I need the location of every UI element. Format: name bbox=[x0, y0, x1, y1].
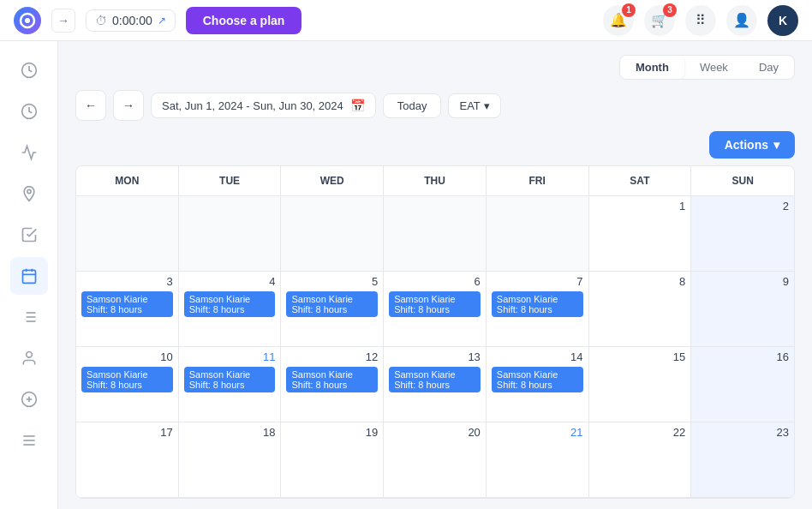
sidebar-item-tasks[interactable] bbox=[10, 216, 48, 254]
sidebar-item-settings[interactable] bbox=[10, 422, 48, 459]
col-thu: THU bbox=[384, 166, 487, 195]
svg-point-1 bbox=[25, 18, 30, 23]
calendar-picker-icon[interactable]: 📅 bbox=[350, 99, 365, 112]
day-number: 16 bbox=[696, 350, 789, 363]
actions-row: Actions ▾ bbox=[75, 131, 795, 159]
week-4: 17 18 19 20 21 22 23 bbox=[76, 422, 794, 498]
event[interactable]: Samson KiarieShift: 8 hours bbox=[81, 291, 173, 317]
sidebar-item-calendar[interactable] bbox=[10, 257, 48, 295]
cell-jun-1[interactable]: 1 bbox=[589, 196, 692, 272]
header-left: → ⏱ 0:00:00 ↗ Choose a plan bbox=[14, 7, 302, 34]
event[interactable]: Samson KiarieShift: 8 hours bbox=[81, 367, 173, 392]
day-number: 17 bbox=[81, 426, 173, 439]
day-number: 19 bbox=[286, 426, 378, 439]
sidebar-item-clock[interactable] bbox=[10, 93, 48, 130]
cell-jun-5[interactable]: 5 Samson KiarieShift: 8 hours bbox=[281, 272, 384, 347]
cell-jun-19[interactable]: 19 bbox=[281, 422, 384, 498]
col-mon: MON bbox=[76, 166, 179, 195]
actions-label: Actions bbox=[725, 138, 768, 152]
event[interactable]: Samson KiarieShift: 8 hours bbox=[492, 367, 583, 392]
avatar[interactable]: K bbox=[767, 5, 798, 36]
today-button[interactable]: Today bbox=[383, 93, 442, 118]
calendar-nav-left: ← → Sat, Jun 1, 2024 - Sun, Jun 30, 2024… bbox=[75, 90, 501, 121]
event[interactable]: Samson KiarieShift: 8 hours bbox=[389, 367, 481, 392]
cell-empty-5 bbox=[487, 196, 589, 272]
week-1: 1 2 bbox=[76, 196, 794, 272]
cart-button[interactable]: 🛒 3 bbox=[644, 5, 675, 36]
col-wed: WED bbox=[281, 166, 384, 195]
cell-jun-8[interactable]: 8 bbox=[589, 272, 692, 347]
timer-display: 0:00:00 bbox=[112, 14, 152, 27]
sidebar-item-list[interactable] bbox=[10, 298, 48, 336]
event[interactable]: Samson KiarieShift: 8 hours bbox=[492, 291, 583, 317]
day-number: 8 bbox=[594, 275, 686, 288]
user-button[interactable]: 👤 bbox=[726, 5, 757, 36]
toggle-week[interactable]: Week bbox=[684, 56, 743, 79]
sidebar-item-location[interactable] bbox=[10, 175, 48, 213]
timer-icon: ⏱ bbox=[95, 14, 107, 27]
day-number: 4 bbox=[184, 275, 276, 288]
prev-button[interactable]: ← bbox=[75, 90, 106, 121]
sidebar-item-person[interactable] bbox=[10, 339, 48, 377]
day-number: 5 bbox=[286, 275, 378, 288]
cell-jun-2[interactable]: 2 bbox=[691, 196, 794, 272]
cell-jun-6[interactable]: 6 Samson KiarieShift: 8 hours bbox=[384, 272, 487, 347]
view-toggle: Month Week Day bbox=[75, 55, 795, 80]
cell-jun-20[interactable]: 20 bbox=[384, 422, 487, 498]
event[interactable]: Samson KiarieShift: 8 hours bbox=[184, 291, 276, 317]
day-number: 7 bbox=[492, 275, 583, 288]
day-number: 23 bbox=[696, 426, 789, 439]
day-number: 22 bbox=[594, 426, 686, 439]
actions-button[interactable]: Actions ▾ bbox=[709, 131, 795, 159]
day-number: 3 bbox=[81, 275, 173, 288]
apps-button[interactable]: ⠿ bbox=[685, 5, 716, 36]
event[interactable]: Samson KiarieShift: 8 hours bbox=[389, 291, 481, 317]
event[interactable]: Samson KiarieShift: 8 hours bbox=[184, 367, 276, 392]
week-2: 3 Samson KiarieShift: 8 hours 4 Samson K… bbox=[76, 272, 794, 347]
cell-empty-3 bbox=[281, 196, 384, 272]
cell-jun-10[interactable]: 10 Samson KiarieShift: 8 hours bbox=[76, 347, 179, 422]
notifications-badge: 1 bbox=[622, 3, 636, 17]
svg-rect-5 bbox=[22, 270, 35, 283]
day-number: 13 bbox=[389, 350, 481, 363]
event[interactable]: Samson KiarieShift: 8 hours bbox=[286, 291, 378, 317]
toggle-day[interactable]: Day bbox=[743, 56, 794, 79]
toggle-month[interactable]: Month bbox=[620, 56, 684, 79]
day-number: 18 bbox=[184, 426, 276, 439]
day-number: 2 bbox=[696, 200, 789, 213]
day-number: 10 bbox=[81, 350, 173, 363]
svg-point-15 bbox=[26, 352, 32, 358]
timezone-button[interactable]: EAT ▾ bbox=[448, 93, 500, 118]
cell-jun-9[interactable]: 9 bbox=[691, 272, 794, 347]
cell-jun-13[interactable]: 13 Samson KiarieShift: 8 hours bbox=[384, 347, 487, 422]
cell-jun-18[interactable]: 18 bbox=[179, 422, 282, 498]
cell-jun-4[interactable]: 4 Samson KiarieShift: 8 hours bbox=[179, 272, 282, 347]
day-number: 12 bbox=[286, 350, 378, 363]
toggle-group: Month Week Day bbox=[619, 55, 795, 80]
cell-jun-12[interactable]: 12 Samson KiarieShift: 8 hours bbox=[281, 347, 384, 422]
cell-jun-7[interactable]: 7 Samson KiarieShift: 8 hours bbox=[487, 272, 589, 347]
event[interactable]: Samson KiarieShift: 8 hours bbox=[286, 367, 378, 392]
cell-jun-22[interactable]: 22 bbox=[589, 422, 692, 498]
cell-jun-3[interactable]: 3 Samson KiarieShift: 8 hours bbox=[76, 272, 179, 347]
collapse-button[interactable]: → bbox=[51, 9, 75, 33]
cell-jun-16[interactable]: 16 bbox=[691, 347, 794, 422]
main: Month Week Day ← → Sat, Jun 1, 2024 - Su… bbox=[0, 41, 812, 509]
sidebar-item-history[interactable] bbox=[10, 51, 48, 89]
cell-jun-14[interactable]: 14 Samson KiarieShift: 8 hours bbox=[487, 347, 589, 422]
col-sat: SAT bbox=[589, 166, 692, 195]
choose-plan-button[interactable]: Choose a plan bbox=[186, 7, 302, 34]
next-button[interactable]: → bbox=[113, 90, 144, 121]
calendar-header: MON TUE WED THU FRI SAT SUN bbox=[76, 166, 794, 196]
cell-jun-11[interactable]: 11 Samson KiarieShift: 8 hours bbox=[179, 347, 282, 422]
cell-jun-15[interactable]: 15 bbox=[589, 347, 692, 422]
day-number: 11 bbox=[184, 350, 276, 363]
cell-jun-21[interactable]: 21 bbox=[487, 422, 589, 498]
day-number: 21 bbox=[492, 426, 583, 439]
sidebar-item-dollar[interactable] bbox=[10, 380, 48, 418]
header-right: 🔔 1 🛒 3 ⠿ 👤 K bbox=[603, 5, 798, 36]
sidebar-item-chart[interactable] bbox=[10, 134, 48, 171]
cell-jun-17[interactable]: 17 bbox=[76, 422, 179, 498]
notifications-button[interactable]: 🔔 1 bbox=[603, 5, 634, 36]
cell-jun-23[interactable]: 23 bbox=[691, 422, 794, 498]
